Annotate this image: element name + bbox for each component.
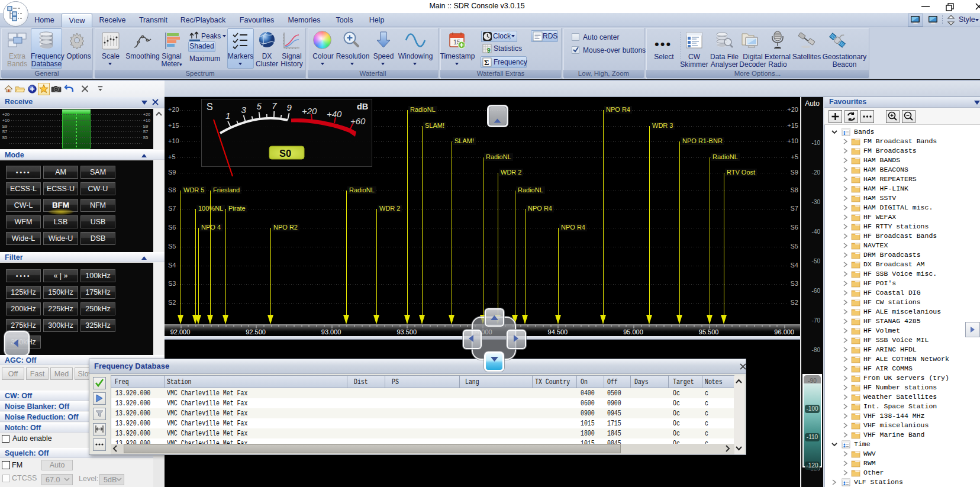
- svg-text:dB: dB: [357, 102, 368, 111]
- svg-text:+40: +40: [327, 109, 342, 119]
- svg-text:+20: +20: [302, 106, 317, 116]
- svg-text:5: 5: [257, 101, 262, 111]
- svg-text:3: 3: [241, 105, 247, 115]
- svg-text:1: 1: [225, 111, 230, 121]
- svg-text:9: 9: [287, 102, 292, 112]
- svg-text:S0: S0: [279, 148, 291, 159]
- svg-text:9: 9: [487, 47, 491, 54]
- svg-text:7: 7: [272, 101, 277, 111]
- svg-text:+60: +60: [350, 116, 366, 126]
- svg-text:Σ: Σ: [484, 58, 489, 67]
- svg-text:S: S: [207, 102, 213, 112]
